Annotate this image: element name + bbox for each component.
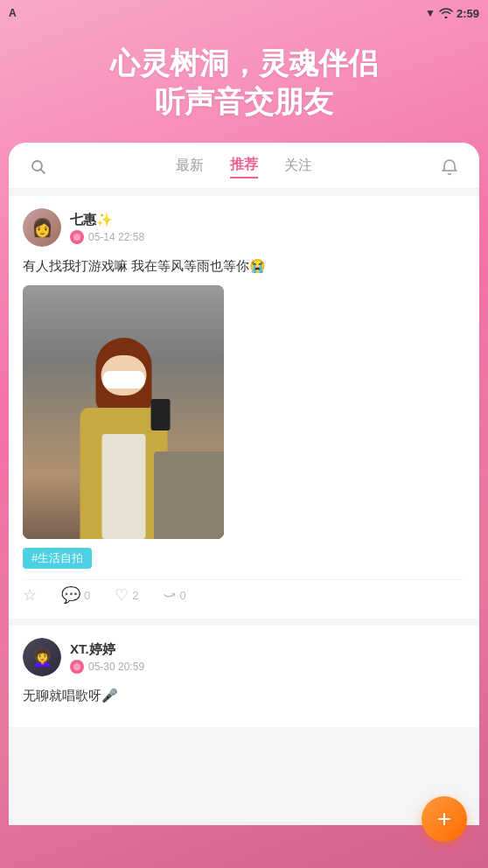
star-action[interactable]: ☆ — [23, 585, 37, 605]
user-info-2: XT.婷婷 05-30 20:59 — [70, 641, 465, 674]
avatar-1[interactable]: 👩 — [23, 208, 61, 247]
app-icon: A — [9, 7, 17, 19]
main-card: 最新 推荐 关注 👩 七惠✨ — [9, 143, 479, 825]
hero-title-line1: 心灵树洞，灵魂伴侣 — [0, 44, 488, 82]
like-action[interactable]: ♡ 2 — [115, 585, 138, 605]
status-bar: A ▼ 2:59 — [0, 0, 488, 26]
tab-bar-center: 最新 推荐 关注 — [176, 156, 312, 178]
hero-section: 心灵树洞，灵魂伴侣 听声音交朋友 — [0, 26, 488, 143]
comment-icon: 💬 — [61, 585, 80, 605]
avatar-2[interactable]: 👩‍🦱 — [23, 638, 61, 676]
post-image-1[interactable] — [23, 285, 224, 539]
post-card-2: 👩‍🦱 XT.婷婷 05-30 20:59 无聊就唱歌呀🎤 — [9, 626, 479, 727]
share-icon: ⤻ — [163, 585, 176, 605]
tab-latest[interactable]: 最新 — [176, 157, 204, 178]
online-indicator-1 — [70, 230, 84, 244]
share-count: 0 — [179, 589, 185, 602]
signal-icon: ▼ — [425, 7, 436, 19]
share-action[interactable]: ⤻ 0 — [163, 585, 185, 605]
star-icon: ☆ — [23, 585, 37, 605]
comment-count: 0 — [84, 589, 90, 602]
time-display: 2:59 — [457, 7, 479, 20]
post-tag-1[interactable]: #生活自拍 — [23, 548, 92, 569]
post-content-1: 有人找我打游戏嘛 我在等风等雨也等你😭 — [23, 256, 465, 276]
action-bar-1: ☆ 💬 0 ♡ 2 ⤻ 0 — [23, 579, 465, 606]
notification-button[interactable] — [437, 155, 462, 179]
post-time-1: 05-14 22:58 — [88, 231, 144, 243]
user-meta-1: 05-14 22:58 — [70, 230, 465, 244]
svg-line-1 — [41, 170, 45, 174]
tab-bar: 最新 推荐 关注 — [9, 143, 479, 189]
user-meta-2: 05-30 20:59 — [70, 660, 465, 674]
tab-following[interactable]: 关注 — [284, 157, 312, 178]
post-time-2: 05-30 20:59 — [88, 661, 144, 673]
hero-title-line2: 听声音交朋友 — [0, 82, 488, 121]
user-row-1: 👩 七惠✨ 05-14 22:58 — [23, 208, 465, 247]
online-indicator-2 — [70, 660, 84, 674]
comment-action[interactable]: 💬 0 — [61, 585, 90, 605]
like-icon: ♡ — [115, 585, 129, 605]
post-content-2: 无聊就唱歌呀🎤 — [23, 685, 465, 706]
user-row-2: 👩‍🦱 XT.婷婷 05-30 20:59 — [23, 638, 465, 676]
status-right: ▼ 2:59 — [425, 7, 479, 20]
fab-button[interactable]: + — [422, 796, 467, 842]
user-info-1: 七惠✨ 05-14 22:58 — [70, 212, 465, 244]
like-count: 2 — [132, 589, 138, 602]
username-2: XT.婷婷 — [70, 641, 465, 658]
username-1: 七惠✨ — [70, 212, 465, 228]
tab-recommended[interactable]: 推荐 — [230, 156, 258, 178]
wifi-icon — [439, 8, 453, 18]
search-button[interactable] — [26, 155, 51, 179]
post-card-1: 👩 七惠✨ 05-14 22:58 有人找我打游戏嘛 我在等风等雨也等你😭 — [9, 196, 479, 619]
